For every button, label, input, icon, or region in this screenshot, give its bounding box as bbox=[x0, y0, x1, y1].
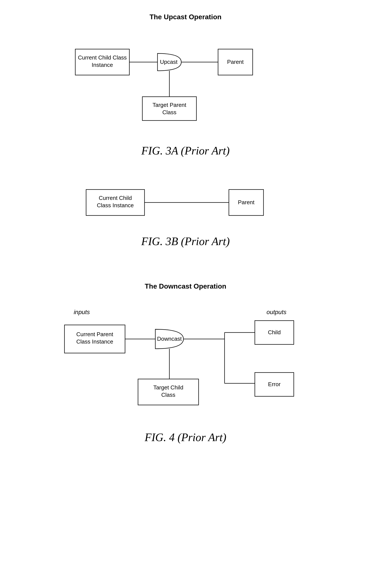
fig4-section: The Downcast Operation inputs outputs Cu… bbox=[0, 282, 371, 444]
fig3a-diagram: Current Child Class Instance Upcast Pare… bbox=[67, 32, 305, 136]
svg-text:Upcast: Upcast bbox=[160, 59, 178, 65]
svg-text:Parent: Parent bbox=[227, 59, 244, 65]
svg-text:Instance: Instance bbox=[92, 62, 113, 68]
svg-text:Class: Class bbox=[161, 392, 175, 398]
svg-text:Target Child: Target Child bbox=[153, 384, 183, 391]
svg-text:Current Parent: Current Parent bbox=[76, 331, 113, 337]
svg-text:inputs: inputs bbox=[74, 309, 90, 315]
svg-text:Downcast: Downcast bbox=[157, 336, 182, 342]
svg-text:Class Instance: Class Instance bbox=[97, 202, 134, 209]
svg-text:Child: Child bbox=[268, 329, 281, 336]
svg-text:Error: Error bbox=[268, 381, 281, 388]
svg-text:Current Child Class: Current Child Class bbox=[78, 54, 127, 61]
fig3a-title: The Upcast Operation bbox=[149, 13, 222, 21]
fig3b-caption: FIG. 3B (Prior Art) bbox=[141, 235, 230, 248]
fig3a-caption: FIG. 3A (Prior Art) bbox=[141, 144, 230, 157]
svg-text:Class: Class bbox=[162, 109, 176, 116]
fig4-diagram: inputs outputs Current Parent Class Inst… bbox=[56, 301, 315, 422]
fig4-caption: FIG. 4 (Prior Art) bbox=[145, 431, 226, 444]
fig3a-section: The Upcast Operation Current Child Class… bbox=[0, 13, 371, 157]
svg-text:Target Parent: Target Parent bbox=[152, 102, 186, 108]
fig3b-section: Current Child Class Instance Parent FIG.… bbox=[0, 179, 371, 248]
svg-text:Parent: Parent bbox=[238, 199, 254, 206]
svg-text:Class Instance: Class Instance bbox=[76, 338, 113, 345]
svg-text:outputs: outputs bbox=[266, 309, 286, 315]
page: The Upcast Operation Current Child Class… bbox=[0, 0, 371, 588]
fig3b-diagram: Current Child Class Instance Parent bbox=[77, 179, 294, 226]
svg-rect-9 bbox=[142, 97, 196, 120]
svg-text:Current Child: Current Child bbox=[99, 195, 132, 201]
fig4-title: The Downcast Operation bbox=[145, 282, 226, 290]
